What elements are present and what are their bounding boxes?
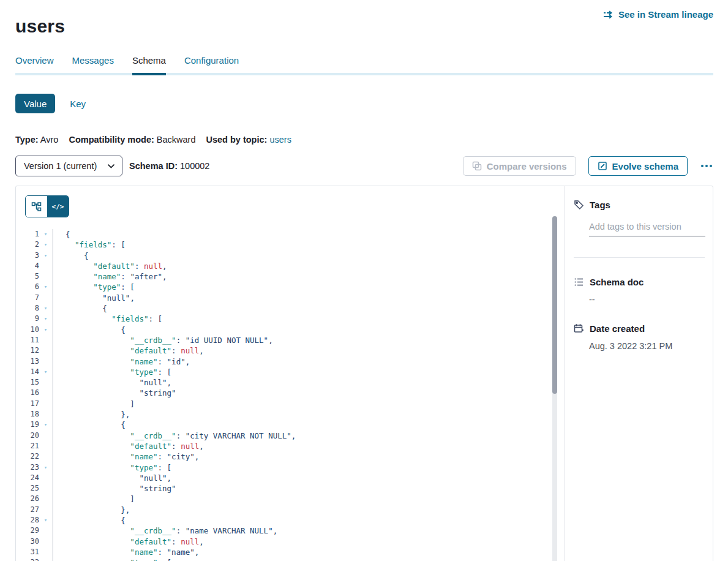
fold-toggle-icon[interactable]: ▾: [39, 515, 53, 525]
fold-toggle-icon[interactable]: ▾: [39, 557, 53, 561]
line-number: 5: [16, 271, 39, 282]
tab-overview[interactable]: Overview: [15, 55, 54, 75]
code-line: 27 },: [16, 505, 564, 515]
code-line: 25 "string": [16, 483, 564, 494]
stream-lineage-icon: [603, 10, 614, 19]
fold-toggle-icon: [39, 356, 53, 367]
fold-toggle-icon[interactable]: ▾: [39, 420, 53, 430]
stream-lineage-link[interactable]: See in Stream lineage: [603, 9, 713, 20]
code-line: 5 "name": "after",: [16, 271, 564, 282]
evolve-schema-label: Evolve schema: [612, 161, 678, 171]
fold-toggle-icon[interactable]: ▾: [39, 367, 53, 377]
type-meta: Type: Avro: [15, 135, 58, 145]
code-text: "name": "city",: [53, 451, 199, 462]
calendar-icon: [574, 323, 584, 334]
topic-label: Used by topic:: [206, 135, 267, 145]
code-text: "fields": [: [53, 314, 162, 324]
code-line: 2▾ "fields": [: [16, 239, 564, 250]
code-line: 4 "default": null,: [16, 261, 564, 271]
code-text: "type": [: [53, 282, 135, 292]
line-number: 21: [16, 441, 39, 451]
line-number: 1: [16, 229, 39, 239]
code-text: "default": null,: [53, 261, 167, 271]
tab-configuration[interactable]: Configuration: [184, 55, 239, 75]
fold-toggle-icon[interactable]: ▾: [39, 462, 53, 473]
evolve-schema-button[interactable]: Evolve schema: [588, 156, 688, 176]
compare-versions-button[interactable]: Compare versions: [463, 156, 576, 176]
schema-editor-region: </> 1▾{2▾ "fields": [3▾ {4 "default": nu…: [16, 186, 564, 561]
fold-toggle-icon: [39, 335, 53, 345]
code-line: 19▾ {: [16, 420, 564, 430]
fold-toggle-icon: [39, 525, 53, 536]
tab-messages[interactable]: Messages: [72, 55, 114, 75]
fold-toggle-icon: [39, 451, 53, 462]
line-number: 9: [16, 314, 39, 324]
fold-toggle-icon: [39, 547, 53, 557]
line-number: 31: [16, 547, 39, 557]
line-number: 2: [16, 239, 39, 250]
code-text: "null",: [53, 377, 171, 388]
code-line: 13 "name": "id",: [16, 356, 564, 367]
code-view-button[interactable]: </>: [47, 196, 69, 217]
code-line: 15 "null",: [16, 377, 564, 388]
key-toggle-button[interactable]: Key: [70, 94, 86, 113]
fold-toggle-icon[interactable]: ▾: [39, 229, 53, 239]
schema-sidebar: Tags Schema doc -- Date created: [564, 186, 714, 561]
fold-toggle-icon: [39, 399, 53, 409]
editor-scrollbar-track[interactable]: [552, 216, 557, 561]
fold-toggle-icon[interactable]: ▾: [39, 325, 53, 335]
code-text: "default": null,: [53, 537, 204, 547]
code-text: "name": "after",: [53, 271, 167, 282]
line-number: 30: [16, 537, 39, 547]
fold-toggle-icon[interactable]: ▾: [39, 250, 53, 261]
code-line: 22 "name": "city",: [16, 451, 564, 462]
line-number: 12: [16, 345, 39, 356]
schema-doc-section-header: Schema doc: [574, 277, 705, 287]
fold-toggle-icon[interactable]: ▾: [39, 314, 53, 324]
fold-toggle-icon[interactable]: ▾: [39, 303, 53, 314]
code-line: 14▾ "type": [: [16, 367, 564, 377]
line-number: 6: [16, 282, 39, 292]
schema-id: Schema ID: 100002: [129, 161, 209, 171]
code-line: 3▾ {: [16, 250, 564, 261]
line-number: 23: [16, 462, 39, 473]
code-line: 10▾ {: [16, 325, 564, 335]
fold-toggle-icon: [39, 441, 53, 451]
value-toggle-button[interactable]: Value: [15, 94, 55, 113]
compatibility-value: Backward: [157, 135, 196, 145]
fold-toggle-icon: [39, 388, 53, 398]
tab-schema[interactable]: Schema: [132, 55, 166, 75]
code-text: "type": [: [53, 462, 171, 473]
code-text: {: [53, 515, 126, 525]
type-value: Avro: [40, 135, 59, 145]
schema-kind-toggle: Value Key: [15, 94, 86, 113]
tab-bar: Overview Messages Schema Configuration: [15, 55, 713, 75]
fold-toggle-icon: [39, 537, 53, 547]
line-number: 17: [16, 399, 39, 409]
line-number: 7: [16, 293, 39, 303]
version-select[interactable]: Version 1 (current): [15, 156, 122, 176]
fold-toggle-icon[interactable]: ▾: [39, 239, 53, 250]
tag-icon: [574, 200, 584, 210]
line-number: 26: [16, 494, 39, 504]
line-number: 28: [16, 515, 39, 525]
add-tags-input[interactable]: [589, 222, 705, 236]
fold-toggle-icon[interactable]: ▾: [39, 282, 53, 292]
schema-meta-row: Type: Avro Compatibility mode: Backward …: [15, 135, 291, 145]
code-line: 21 "default": null,: [16, 441, 564, 451]
more-options-button[interactable]: [700, 162, 713, 170]
tree-view-button[interactable]: [26, 196, 47, 217]
code-text: "null",: [53, 293, 135, 303]
line-number: 18: [16, 409, 39, 420]
code-text: "null",: [53, 473, 171, 483]
tab-underline-track: [15, 73, 713, 75]
topic-link[interactable]: users: [269, 135, 291, 145]
compatibility-meta: Compatibility mode: Backward: [69, 135, 195, 145]
line-number: 25: [16, 483, 39, 494]
code-line: 26 ]: [16, 494, 564, 504]
code-line: 18 },: [16, 409, 564, 420]
schema-doc-title: Schema doc: [590, 277, 644, 287]
fold-toggle-icon: [39, 473, 53, 483]
line-number: 4: [16, 261, 39, 271]
editor-scrollbar-thumb[interactable]: [552, 216, 557, 394]
